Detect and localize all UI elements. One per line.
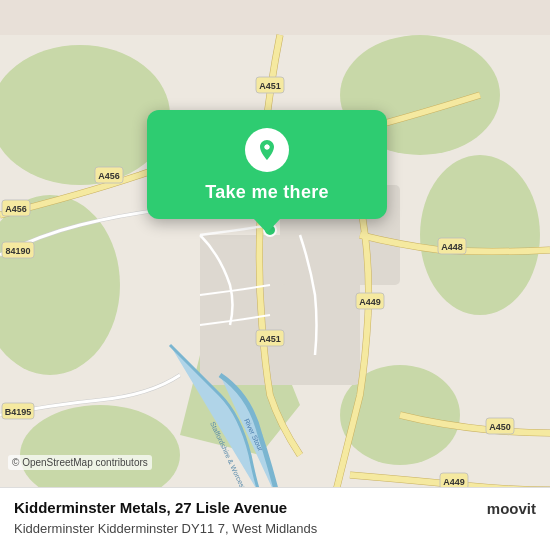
business-name: Kidderminster Metals, 27 Lisle Avenue bbox=[14, 498, 477, 518]
map-attribution: © OpenStreetMap contributors bbox=[8, 455, 152, 470]
popup-card: Take me there bbox=[147, 110, 387, 219]
svg-text:A451: A451 bbox=[259, 334, 281, 344]
svg-text:A448: A448 bbox=[441, 242, 463, 252]
bottom-bar: Kidderminster Metals, 27 Lisle Avenue Ki… bbox=[0, 487, 550, 550]
map-container: A451 A456 A456 84190 A449 A449 A448 A450… bbox=[0, 0, 550, 550]
svg-text:A449: A449 bbox=[443, 477, 465, 487]
location-pin-icon bbox=[245, 128, 289, 172]
svg-text:B4195: B4195 bbox=[5, 407, 32, 417]
svg-text:A451: A451 bbox=[259, 81, 281, 91]
svg-point-33 bbox=[265, 145, 270, 150]
moovit-logo-text: moovit bbox=[487, 500, 536, 517]
svg-point-3 bbox=[420, 155, 540, 315]
location-info: Kidderminster Metals, 27 Lisle Avenue Ki… bbox=[14, 498, 477, 538]
svg-text:A456: A456 bbox=[98, 171, 120, 181]
svg-text:84190: 84190 bbox=[5, 246, 30, 256]
moovit-logo: moovit bbox=[487, 500, 536, 517]
svg-text:A449: A449 bbox=[359, 297, 381, 307]
location-address: Kidderminster Kidderminster DY11 7, West… bbox=[14, 520, 477, 538]
take-me-there-button[interactable]: Take me there bbox=[205, 182, 329, 203]
svg-text:A456: A456 bbox=[5, 204, 27, 214]
svg-text:A450: A450 bbox=[489, 422, 511, 432]
